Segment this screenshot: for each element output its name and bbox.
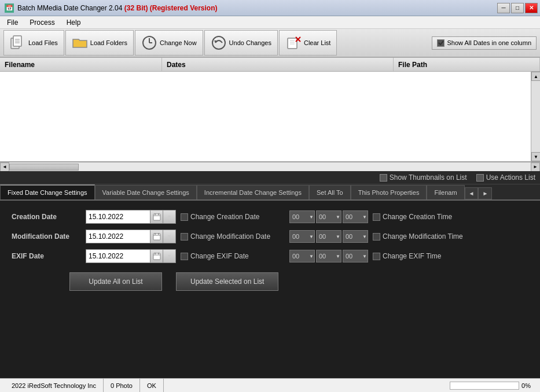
modification-second-select[interactable]: 00: [343, 230, 368, 243]
modification-minute-select-wrapper[interactable]: 00 ▼: [316, 230, 341, 243]
clear-list-icon: [285, 35, 302, 51]
horizontal-scrollbar[interactable]: ◄ ►: [0, 162, 540, 171]
modification-time-selects: 00 ▼ 00 ▼ 00 ▼: [289, 230, 368, 243]
exif-hour-select[interactable]: 00: [289, 250, 315, 262]
close-button[interactable]: ✕: [525, 3, 538, 13]
tab-incremental-date[interactable]: Incremental Date Change Settings: [197, 185, 309, 199]
change-creation-time-option[interactable]: Change Creation Time: [373, 213, 452, 221]
window-title: Batch MMedia Date Changer 2.04 (32 Bit) …: [17, 4, 218, 12]
creation-date-input[interactable]: ▼: [86, 210, 176, 224]
update-all-button[interactable]: Update All on List: [69, 272, 162, 291]
creation-hour-select-wrapper[interactable]: 00 ▼: [289, 210, 315, 223]
modification-hour-select[interactable]: 00: [289, 230, 315, 243]
change-now-button[interactable]: Change Now: [135, 30, 203, 56]
show-thumbnails-checkbox[interactable]: [380, 174, 387, 182]
exif-date-calendar-button[interactable]: [150, 250, 163, 262]
tab-variable-date[interactable]: Variable Date Change Settings: [95, 185, 197, 199]
change-modification-date-checkbox[interactable]: [181, 233, 188, 241]
use-actions-checkbox[interactable]: [476, 174, 484, 182]
creation-second-select-wrapper[interactable]: 00 ▼: [343, 210, 368, 223]
tab-photo-properties[interactable]: This Photo Properties: [351, 185, 427, 199]
undo-changes-button[interactable]: Undo Changes: [204, 30, 278, 56]
scroll-right-button[interactable]: ►: [531, 162, 540, 172]
progress-label: 0%: [521, 382, 531, 389]
vertical-scrollbar[interactable]: ▲ ▼: [531, 72, 540, 161]
show-all-dates-option[interactable]: Show All Dates in one column: [432, 36, 537, 50]
file-list-body: ▲ ▼: [0, 72, 540, 161]
exif-second-select-wrapper[interactable]: 00 ▼: [343, 250, 368, 262]
svg-rect-20: [153, 234, 160, 240]
clear-list-button[interactable]: Clear List: [279, 30, 337, 56]
undo-changes-label: Undo Changes: [229, 39, 271, 46]
modification-date-dropdown-button[interactable]: ▼: [163, 230, 175, 243]
change-modification-time-label: Change Modification Time: [383, 232, 463, 241]
change-exif-date-option[interactable]: Change EXIF Date: [181, 252, 285, 260]
creation-date-dropdown-button[interactable]: ▼: [163, 210, 175, 223]
tab-filename[interactable]: Filenam: [427, 185, 464, 199]
show-thumbnails-option[interactable]: Show Thumbnails on List: [380, 173, 467, 182]
svg-point-8: [212, 36, 225, 49]
update-selected-button[interactable]: Update Selected on List: [176, 272, 278, 291]
app-icon: 📅: [5, 3, 14, 13]
load-folders-button[interactable]: Load Folders: [65, 30, 134, 56]
change-exif-time-option[interactable]: Change EXIF Time: [373, 252, 441, 260]
col-filename-label: Filename: [5, 61, 35, 69]
exif-date-dropdown-button[interactable]: ▼: [163, 250, 175, 262]
change-exif-time-checkbox[interactable]: [373, 253, 380, 260]
svg-rect-10: [288, 38, 297, 49]
load-folders-label: Load Folders: [90, 39, 127, 46]
update-buttons: Update All on List Update Selected on Li…: [12, 272, 528, 291]
exif-minute-select[interactable]: 00: [316, 250, 341, 262]
modification-date-calendar-button[interactable]: [150, 230, 163, 243]
minimize-button[interactable]: ─: [497, 3, 510, 13]
menu-help[interactable]: Help: [62, 17, 86, 28]
use-actions-option[interactable]: Use Actions List: [476, 173, 535, 182]
change-modification-date-option[interactable]: Change Modification Date: [181, 232, 285, 241]
exif-date-input[interactable]: ▼: [86, 249, 176, 263]
change-modification-time-checkbox[interactable]: [373, 233, 380, 241]
change-creation-date-option[interactable]: Change Creation Date: [181, 213, 285, 221]
menu-process[interactable]: Process: [25, 17, 59, 28]
progress-area: 0%: [450, 382, 535, 390]
modification-date-field[interactable]: [86, 230, 150, 243]
creation-date-field[interactable]: [86, 210, 150, 223]
scroll-down-button[interactable]: ▼: [531, 152, 540, 161]
scroll-left-button[interactable]: ◄: [0, 162, 9, 172]
tab-set-all-to[interactable]: Set All To: [309, 185, 351, 199]
creation-minute-select-wrapper[interactable]: 00 ▼: [316, 210, 341, 223]
change-now-icon: [141, 35, 157, 51]
scroll-thumb[interactable]: [9, 164, 79, 171]
restore-button[interactable]: □: [511, 3, 524, 13]
change-creation-time-checkbox[interactable]: [373, 213, 380, 221]
show-all-dates-checkbox[interactable]: [437, 39, 445, 47]
menu-bar: File Process Help: [0, 16, 540, 29]
change-creation-date-checkbox[interactable]: [181, 213, 188, 221]
load-files-button[interactable]: Load Files: [3, 30, 64, 56]
scroll-up-button[interactable]: ▲: [531, 72, 540, 81]
modification-second-select-wrapper[interactable]: 00 ▼: [343, 230, 368, 243]
modification-hour-select-wrapper[interactable]: 00 ▼: [289, 230, 315, 243]
load-files-label: Load Files: [28, 39, 58, 46]
creation-minute-select[interactable]: 00: [316, 210, 341, 223]
file-list-header: Filename Dates File Path: [0, 58, 540, 72]
change-creation-date-label: Change Creation Date: [190, 213, 259, 221]
creation-date-calendar-button[interactable]: [150, 210, 163, 223]
change-modification-time-option[interactable]: Change Modification Time: [373, 232, 463, 241]
exif-minute-select-wrapper[interactable]: 00 ▼: [316, 250, 341, 262]
scroll-track[interactable]: [9, 162, 531, 171]
status-bar: 2022 iRedSoft Technology Inc 0 Photo OK …: [0, 378, 540, 392]
tab-nav-left[interactable]: ◄: [465, 187, 479, 199]
modification-date-input[interactable]: ▼: [86, 230, 176, 243]
change-exif-date-checkbox[interactable]: [181, 253, 188, 260]
exif-hour-select-wrapper[interactable]: 00 ▼: [289, 250, 315, 262]
creation-second-select[interactable]: 00: [343, 210, 368, 223]
exif-date-field[interactable]: [86, 250, 150, 262]
exif-second-select[interactable]: 00: [343, 250, 368, 262]
creation-hour-select[interactable]: 00: [289, 210, 315, 223]
exif-date-label: EXIF Date: [12, 252, 81, 260]
tab-nav-right[interactable]: ►: [478, 187, 492, 199]
modification-minute-select[interactable]: 00: [316, 230, 341, 243]
tab-fixed-date[interactable]: Fixed Date Change Settings: [0, 184, 95, 199]
col-filepath-label: File Path: [398, 61, 427, 69]
menu-file[interactable]: File: [2, 17, 23, 28]
